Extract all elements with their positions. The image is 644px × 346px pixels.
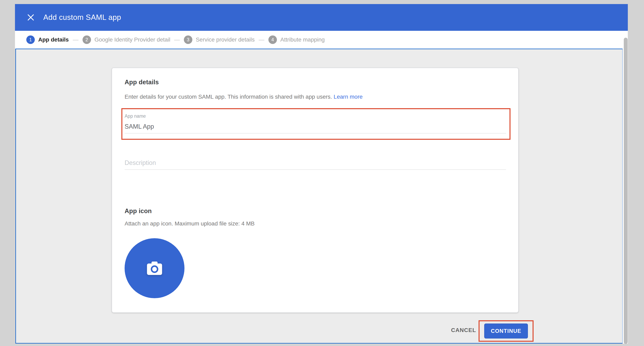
step-attribute-mapping[interactable]: 4 Attribute mapping	[268, 36, 325, 44]
continue-button[interactable]: CONTINUE	[484, 323, 528, 338]
app-icon-upload-button[interactable]	[124, 238, 184, 298]
step-3-circle: 3	[184, 36, 192, 44]
step-4-circle: 4	[268, 36, 277, 44]
step-1-circle: 1	[26, 36, 35, 44]
dialog-title: Add custom SAML app	[43, 13, 121, 22]
close-icon[interactable]	[26, 13, 36, 22]
app-name-input[interactable]	[124, 122, 506, 133]
wizard-content-area: App details Enter details for your custo…	[15, 49, 623, 343]
screen: Add custom SAML app 1 App details — 2 Go…	[0, 0, 644, 346]
step-4-label: Attribute mapping	[280, 37, 325, 43]
step-2-circle: 2	[82, 36, 91, 44]
step-3-label: Service provider details	[196, 37, 255, 43]
step-separator: —	[73, 37, 78, 43]
app-icon-description: Attach an app icon. Maximum upload file …	[124, 220, 255, 227]
description-text: Enter details for your custom SAML app. …	[124, 94, 332, 100]
wizard-stepper: 1 App details — 2 Google Identity Provid…	[15, 31, 628, 49]
step-app-details[interactable]: 1 App details	[26, 36, 69, 44]
scrollbar-thumb[interactable]	[624, 38, 628, 344]
dialog-header: Add custom SAML app	[15, 4, 628, 31]
step-google-idp-details[interactable]: 2 Google Identity Provider details	[82, 36, 170, 44]
step-separator: —	[259, 37, 264, 43]
description-input[interactable]	[124, 156, 506, 170]
card-section-title: App details	[124, 79, 159, 86]
learn-more-link[interactable]: Learn more	[334, 94, 363, 100]
step-2-label: Google Identity Provider details	[94, 37, 170, 43]
photo-camera-icon	[147, 261, 162, 275]
step-separator: —	[174, 37, 180, 43]
description-field	[124, 156, 506, 170]
app-name-field: App name	[124, 113, 506, 133]
card-section-description: Enter details for your custom SAML app. …	[124, 94, 363, 100]
close-x-icon	[26, 13, 35, 22]
app-icon-title: App icon	[124, 208, 152, 215]
app-details-card: App details Enter details for your custo…	[112, 68, 518, 313]
step-service-provider-details[interactable]: 3 Service provider details	[184, 36, 255, 44]
cancel-button[interactable]: CANCEL	[448, 325, 479, 335]
step-1-label: App details	[38, 37, 69, 43]
app-name-label: App name	[124, 113, 506, 119]
